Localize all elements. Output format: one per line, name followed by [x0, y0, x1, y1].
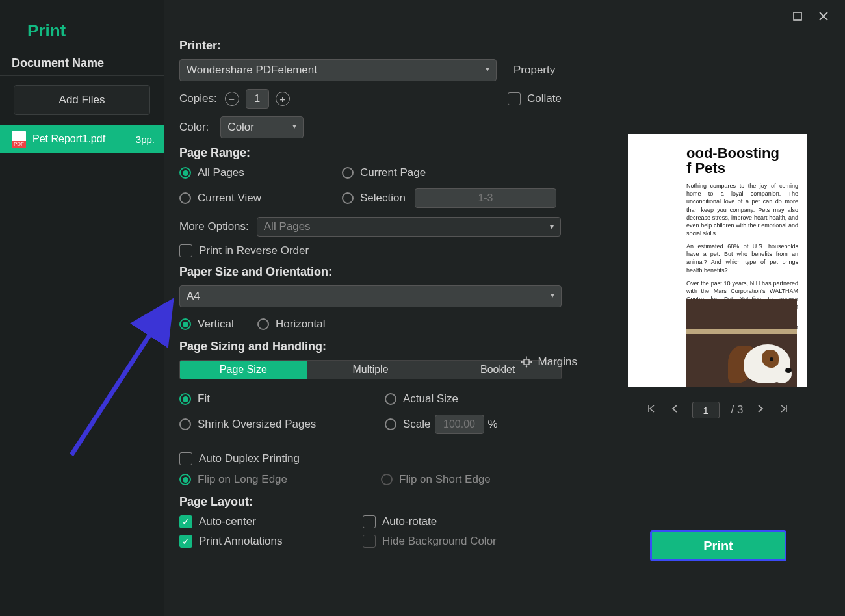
auto-duplex-label: Auto Duplex Printing	[199, 452, 300, 465]
collate-checkbox[interactable]	[508, 92, 521, 105]
more-options-label: More Options:	[179, 220, 249, 233]
selection-radio[interactable]	[342, 192, 354, 204]
sidebar: Print Document Name Add Files Pet Report…	[0, 0, 164, 616]
maximize-button[interactable]	[792, 10, 803, 22]
fit-radio[interactable]	[179, 393, 191, 405]
total-pages-label: / 3	[731, 404, 744, 417]
color-value: Color	[228, 121, 254, 134]
print-annotations-checkbox[interactable]	[179, 535, 192, 548]
close-button[interactable]	[818, 10, 829, 22]
print-button[interactable]: Print	[650, 530, 786, 561]
all-pages-radio[interactable]	[179, 167, 191, 179]
printer-label: Printer:	[179, 39, 576, 53]
color-label: Color:	[179, 121, 209, 134]
hide-bg-checkbox[interactable]	[363, 535, 376, 548]
svg-rect-0	[524, 359, 529, 365]
selection-range-input[interactable]	[415, 188, 556, 208]
svg-rect-1	[794, 12, 801, 20]
auto-rotate-checkbox[interactable]	[363, 515, 376, 528]
actual-size-label: Actual Size	[403, 392, 458, 405]
orientation-vertical-radio[interactable]	[179, 318, 191, 330]
orientation-horizontal-label: Horizontal	[276, 318, 326, 331]
auto-center-checkbox[interactable]	[179, 515, 192, 528]
margins-icon	[520, 355, 533, 368]
close-icon	[819, 12, 828, 21]
more-options-value: All Pages	[264, 220, 311, 233]
last-page-button[interactable]	[778, 404, 790, 417]
fit-label: Fit	[198, 392, 210, 405]
selection-label: Selection	[360, 192, 406, 205]
paper-size-value: A4	[187, 290, 200, 303]
flip-short-edge-radio[interactable]	[381, 474, 393, 485]
preview-title-1: ood-Boosting	[686, 145, 779, 161]
tab-multiple[interactable]: Multiple	[307, 361, 434, 379]
copies-decrement-button[interactable]: −	[225, 92, 239, 106]
print-annotations-label: Print Annotations	[199, 535, 283, 548]
flip-long-edge-label: Flip on Long Edge	[198, 473, 287, 486]
scale-label: Scale	[403, 418, 431, 431]
more-options-dropdown[interactable]: All Pages	[257, 217, 561, 237]
orientation-vertical-label: Vertical	[198, 318, 234, 331]
page-range-label: Page Range:	[179, 146, 576, 160]
shrink-label: Shrink Oversized Pages	[198, 418, 316, 431]
hide-bg-label: Hide Background Color	[382, 535, 497, 548]
preview-title-2: f Pets	[686, 160, 725, 176]
all-pages-label: All Pages	[198, 166, 244, 179]
current-view-label: Current View	[198, 192, 261, 205]
file-name-label: Pet Report1.pdf	[32, 133, 136, 145]
printer-property-link[interactable]: Property	[514, 64, 555, 77]
scale-radio[interactable]	[385, 418, 396, 430]
current-page-label: Current Page	[360, 166, 426, 179]
file-page-count: 3pp.	[136, 134, 155, 145]
pdf-file-icon	[12, 131, 26, 148]
page-sizing-label: Page Sizing and Handling:	[179, 340, 576, 353]
preview-p1: Nothing compares to the joy of coming ho…	[686, 182, 798, 237]
preview-image	[686, 299, 797, 387]
auto-center-label: Auto-center	[199, 515, 256, 528]
preview-panel: ood-Boosting f Pets Nothing compares to …	[604, 0, 845, 616]
reverse-order-checkbox[interactable]	[179, 244, 192, 257]
margins-button[interactable]: Margins	[520, 355, 577, 368]
page-layout-label: Page Layout:	[179, 495, 576, 509]
margins-label: Margins	[538, 355, 577, 368]
page-navigator: / 3	[628, 402, 807, 418]
auto-rotate-label: Auto-rotate	[382, 515, 437, 528]
printer-dropdown[interactable]: Wondershare PDFelement	[179, 59, 497, 81]
flip-short-edge-label: Flip on Short Edge	[399, 473, 491, 486]
scale-percent: %	[488, 418, 498, 431]
page-preview: ood-Boosting f Pets Nothing compares to …	[628, 134, 807, 387]
dog-illustration	[722, 329, 793, 387]
auto-duplex-checkbox[interactable]	[179, 452, 192, 465]
print-button-label: Print	[703, 539, 733, 554]
preview-p2: An estimated 68% of U.S. households have…	[686, 242, 798, 274]
shrink-radio[interactable]	[179, 418, 191, 430]
document-name-label: Document Name	[0, 57, 164, 76]
copies-label: Copies:	[179, 92, 217, 105]
print-settings-panel: Printer: Wondershare PDFelement Property…	[179, 39, 576, 557]
add-files-button[interactable]: Add Files	[14, 85, 150, 115]
file-list-item[interactable]: Pet Report1.pdf 3pp.	[0, 125, 164, 153]
color-dropdown[interactable]: Color	[220, 116, 304, 138]
paper-size-dropdown[interactable]: A4	[179, 285, 562, 307]
copies-input[interactable]	[246, 89, 269, 109]
next-page-button[interactable]	[755, 404, 766, 417]
orientation-horizontal-radio[interactable]	[257, 318, 269, 330]
scale-input[interactable]	[435, 415, 484, 434]
collate-label: Collate	[527, 92, 562, 105]
dialog-title: Print	[0, 0, 164, 57]
maximize-icon	[793, 12, 802, 21]
copies-increment-button[interactable]: +	[276, 92, 290, 106]
first-page-button[interactable]	[645, 404, 657, 417]
reverse-order-label: Print in Reverse Order	[199, 244, 309, 257]
tab-page-size[interactable]: Page Size	[180, 361, 307, 379]
flip-long-edge-radio[interactable]	[179, 474, 191, 485]
page-number-input[interactable]	[692, 402, 720, 418]
paper-size-label: Paper Size and Orientation:	[179, 265, 576, 279]
current-view-radio[interactable]	[179, 192, 191, 204]
sizing-tabs: Page Size Multiple Booklet	[179, 360, 562, 379]
actual-size-radio[interactable]	[385, 393, 396, 405]
prev-page-button[interactable]	[669, 404, 681, 417]
printer-value: Wondershare PDFelement	[187, 64, 317, 77]
current-page-radio[interactable]	[342, 167, 354, 179]
